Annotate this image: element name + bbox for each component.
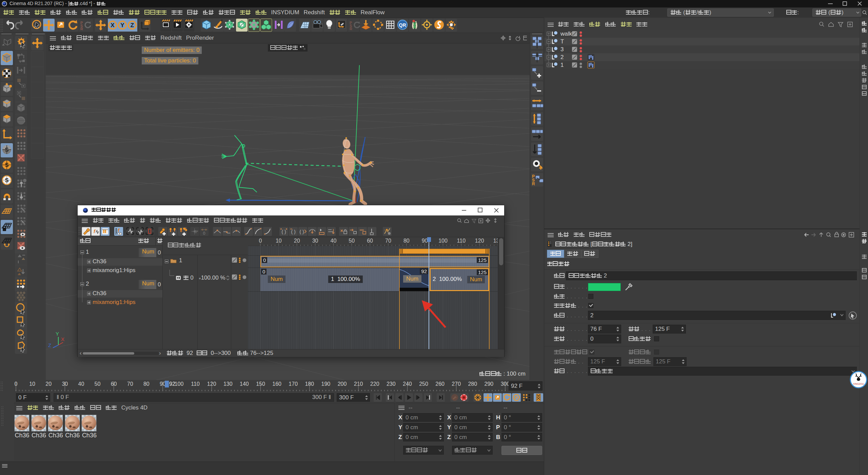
svg-text:( ): ( ) bbox=[281, 229, 286, 234]
svg-text:Z: Z bbox=[48, 342, 51, 348]
svg-text:( ): ( ) bbox=[291, 229, 295, 234]
svg-text:X: X bbox=[61, 336, 64, 342]
svg-text:QR: QR bbox=[399, 22, 406, 28]
svg-text:S: S bbox=[5, 162, 9, 168]
svg-text:P: P bbox=[515, 395, 518, 400]
svg-text:R: R bbox=[80, 27, 83, 31]
svg-text:( ): ( ) bbox=[299, 229, 304, 234]
svg-text:R: R bbox=[532, 182, 535, 186]
svg-text:XINGZOU: XINGZOU bbox=[853, 383, 864, 385]
svg-text:R: R bbox=[350, 27, 352, 31]
svg-text:Y: Y bbox=[56, 331, 59, 337]
svg-text:S: S bbox=[5, 177, 9, 183]
svg-text:Y: Y bbox=[120, 22, 124, 28]
svg-text:0: 0 bbox=[203, 231, 205, 236]
svg-text:Z: Z bbox=[131, 22, 134, 28]
svg-text:0°: 0° bbox=[195, 230, 198, 234]
svg-text:X: X bbox=[111, 22, 115, 28]
